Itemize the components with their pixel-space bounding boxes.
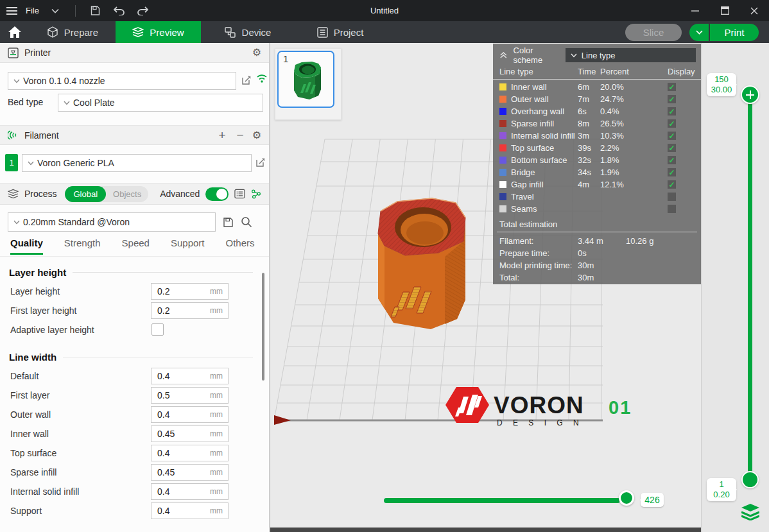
structured-list-icon[interactable] — [234, 189, 245, 199]
setting-value-input[interactable] — [151, 467, 205, 478]
legend-display-checkbox[interactable]: ✓ — [668, 168, 676, 176]
tab-project[interactable]: Project — [295, 21, 386, 43]
setting-checkbox[interactable] — [151, 323, 164, 336]
printer-preset-select[interactable]: Voron 0.1 0.4 nozzle — [8, 72, 236, 90]
plate-thumbnail[interactable]: 1 — [277, 51, 334, 108]
step-slider-track[interactable] — [384, 498, 620, 503]
device-icon[interactable] — [225, 27, 236, 38]
minimize-button[interactable] — [680, 0, 710, 21]
bed-type-label: Bed type — [8, 97, 43, 107]
total-row: Model printing time:30m — [493, 259, 701, 271]
cube-icon[interactable] — [47, 26, 58, 38]
layer-slider-track[interactable] — [748, 94, 752, 472]
process-preset-select[interactable]: 0.20mm Standard @Voron — [8, 212, 216, 232]
filament-slot-badge[interactable]: 1 — [5, 154, 18, 171]
collapse-panel-icon[interactable] — [499, 51, 508, 59]
redo-icon[interactable] — [135, 3, 151, 19]
legend-row: Internal solid infill3m10.3%✓ — [493, 130, 701, 142]
file-menu[interactable]: File — [26, 6, 39, 15]
layers-icon[interactable] — [132, 27, 144, 37]
setting-value-input[interactable] — [151, 486, 205, 497]
color-scheme-select[interactable]: Line type — [566, 48, 696, 62]
setting-value-input[interactable] — [151, 286, 205, 297]
undo-icon[interactable] — [112, 3, 127, 19]
legend-row-percent: 2.2% — [600, 143, 664, 153]
setting-value-input[interactable] — [151, 505, 205, 517]
remove-filament-icon[interactable]: − — [234, 129, 246, 141]
process-tab-others[interactable]: Others — [226, 237, 255, 253]
filament-settings-gear-icon[interactable]: ⚙ — [252, 130, 261, 141]
process-tab-strength[interactable]: Strength — [64, 237, 101, 253]
legend-display-checkbox[interactable]: ✓ — [668, 119, 676, 128]
print-button[interactable]: Print — [710, 24, 759, 41]
print-options-chevron-icon[interactable] — [689, 24, 709, 41]
project-icon[interactable] — [317, 27, 328, 38]
edit-printer-icon[interactable] — [241, 75, 252, 88]
process-scope-global[interactable]: Global — [65, 186, 106, 202]
legend-display-checkbox[interactable] — [668, 205, 676, 213]
legend-display-checkbox[interactable]: ✓ — [668, 156, 676, 164]
process-scope-objects[interactable]: Objects — [106, 189, 148, 199]
advanced-toggle[interactable] — [205, 187, 229, 201]
settings-section-title: Seam — [0, 528, 259, 532]
line-type-swatch — [499, 132, 506, 139]
tab-label: Prepare — [64, 27, 98, 38]
legend-display-checkbox[interactable]: ✓ — [668, 132, 676, 140]
tab-label: Project — [334, 27, 364, 38]
legend-row-name: Seams — [499, 204, 578, 214]
layer-slider-add-handle[interactable] — [741, 85, 759, 104]
tab-device[interactable]: Device — [201, 21, 295, 43]
setting-row: Top surfacemm — [0, 443, 259, 463]
hamburger-menu-icon[interactable] — [6, 7, 17, 15]
process-tab-support[interactable]: Support — [171, 237, 205, 253]
objects-parameters-icon[interactable] — [251, 189, 261, 200]
maximize-button[interactable] — [710, 0, 739, 21]
save-preset-icon[interactable] — [223, 217, 234, 230]
home-button[interactable] — [0, 21, 30, 43]
setting-value-input[interactable] — [151, 447, 205, 459]
layer-slider-handle[interactable] — [741, 471, 759, 488]
setting-input-box: mm — [151, 302, 229, 319]
setting-value-input[interactable] — [151, 370, 205, 382]
process-tab-quality[interactable]: Quality — [10, 237, 43, 255]
legend-display-checkbox[interactable]: ✓ — [668, 95, 676, 103]
legend-row-label: Bottom surface — [511, 155, 567, 165]
printed-model[interactable] — [378, 198, 465, 329]
setting-input-box: mm — [151, 502, 229, 519]
tab-preview[interactable]: Preview — [116, 21, 201, 43]
bed-type-select[interactable]: Cool Plate — [58, 94, 263, 112]
slicer-window: File Untitled — [0, 0, 769, 532]
setting-input-box: mm — [151, 387, 229, 404]
legend-row-name: Travel — [499, 192, 578, 202]
add-filament-icon[interactable]: + — [216, 129, 228, 141]
settings-scrollbar[interactable] — [262, 273, 264, 381]
setting-value-input[interactable] — [151, 390, 205, 401]
close-button[interactable] — [739, 0, 769, 21]
layer-slider-top-tooltip: 150 30.00 — [707, 73, 736, 96]
search-settings-icon[interactable] — [241, 216, 252, 230]
setting-value-input[interactable] — [151, 428, 205, 440]
process-tab-speed[interactable]: Speed — [122, 237, 150, 253]
legend-row: Seams — [493, 203, 701, 215]
edit-filament-icon[interactable] — [255, 157, 266, 170]
setting-value-input[interactable] — [151, 409, 205, 420]
setting-label: First layer — [10, 390, 49, 400]
filament-preset-select[interactable]: Voron Generic PLA — [22, 154, 252, 172]
legend-display-checkbox[interactable]: ✓ — [668, 180, 676, 189]
setting-label: Inner wall — [10, 429, 49, 439]
layers-view-icon[interactable] — [741, 504, 759, 520]
tab-prepare[interactable]: Prepare — [30, 21, 116, 43]
setting-row: Outer wallmm — [0, 405, 259, 424]
step-slider-handle[interactable] — [619, 490, 634, 506]
slice-button[interactable]: Slice — [625, 24, 682, 41]
wifi-connection-icon[interactable] — [256, 74, 268, 86]
legend-display-checkbox[interactable] — [668, 193, 676, 201]
save-icon[interactable] — [88, 3, 103, 19]
setting-value-input[interactable] — [151, 305, 205, 316]
legend-row-percent: 0.4% — [600, 107, 664, 116]
legend-display-checkbox[interactable]: ✓ — [668, 107, 676, 116]
printer-settings-gear-icon[interactable]: ⚙ — [252, 47, 261, 58]
legend-display-checkbox[interactable]: ✓ — [668, 83, 676, 91]
legend-display-checkbox[interactable]: ✓ — [668, 144, 676, 152]
file-menu-chevron-icon[interactable] — [48, 3, 63, 19]
